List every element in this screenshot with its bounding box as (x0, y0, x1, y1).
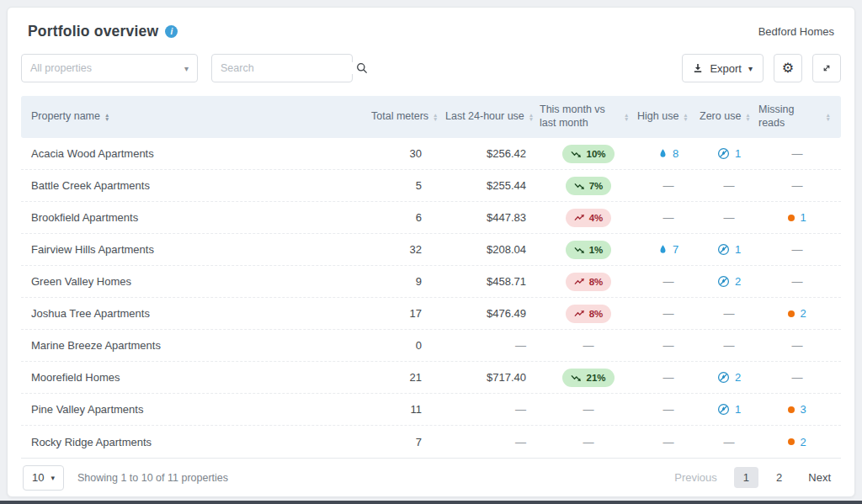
page-size-value: 10 (32, 471, 44, 484)
table-row[interactable]: Rocky Ridge Apartments 7 — — — — 2 (21, 426, 841, 458)
column-header-missing-reads[interactable]: Missing reads ▲▼ (758, 103, 836, 130)
last-24-hour-use-cell: $458.71 (445, 275, 540, 288)
high-use-metric[interactable]: 7 (658, 243, 678, 256)
search-input[interactable] (221, 62, 356, 74)
trend-cell: — (540, 403, 637, 416)
gear-icon: ⚙ (782, 61, 794, 75)
property-name-cell[interactable]: Acacia Wood Apartments (31, 147, 371, 160)
settings-button[interactable]: ⚙ (774, 54, 802, 82)
zero-use-metric[interactable]: 1 (717, 147, 741, 160)
pagination-next[interactable]: Next (800, 466, 839, 489)
window-bottom-edge (0, 501, 862, 504)
column-header-property-name[interactable]: Property name ▲▼ (31, 110, 371, 124)
sort-icon[interactable]: ▲▼ (624, 113, 629, 121)
column-header-this-month-vs-last-month[interactable]: This month vs last month ▲▼ (540, 103, 637, 130)
pagination-page-1[interactable]: 1 (734, 467, 758, 488)
column-header-high-use[interactable]: High use ▲▼ (637, 110, 700, 124)
last-24-hour-use-cell: $256.42 (445, 147, 540, 160)
missing-reads-metric[interactable]: 2 (788, 307, 806, 320)
property-name-cell[interactable]: Green Valley Homes (31, 275, 371, 288)
property-name-cell[interactable]: Joshua Tree Apartments (31, 307, 371, 320)
high-use-cell: — (637, 436, 700, 448)
empty-value: — (663, 403, 674, 416)
zero-use-metric[interactable]: 2 (717, 275, 741, 288)
search-icon (356, 62, 368, 74)
column-label: High use (637, 110, 678, 124)
title-row: Portfolio overview i Bedford Homes (21, 16, 841, 54)
empty-value: — (583, 339, 594, 352)
trend-value: 8% (589, 277, 604, 287)
zero-use-cell: 1 (700, 243, 758, 256)
zero-use-metric[interactable]: 2 (717, 371, 741, 384)
expand-button[interactable] (812, 54, 841, 82)
trend-cell: 7% (540, 177, 637, 195)
total-meters-cell: 6 (371, 211, 445, 224)
alert-dot-icon (788, 438, 795, 445)
sort-icon[interactable]: ▲▼ (529, 113, 534, 121)
missing-reads-metric[interactable]: 2 (788, 436, 806, 448)
download-icon (693, 63, 703, 73)
zero-use-cell: — (700, 339, 758, 352)
table-row[interactable]: Battle Creek Apartments 5 $255.44 7% — (21, 170, 841, 202)
total-meters-cell: 11 (371, 403, 445, 416)
zero-use-metric[interactable]: 1 (717, 243, 741, 256)
sort-icon[interactable]: ▲▼ (683, 113, 688, 121)
sort-icon[interactable]: ▲▼ (433, 113, 438, 121)
empty-value: — (724, 339, 735, 352)
search-box[interactable] (211, 54, 353, 82)
trend-badge: 7% (566, 177, 612, 195)
property-name-cell[interactable]: Marine Breeze Apartments (31, 339, 371, 352)
column-label: Property name (31, 110, 100, 124)
column-header-total-meters[interactable]: Total meters ▲▼ (371, 110, 445, 124)
no-water-icon (717, 147, 730, 160)
column-header-zero-use[interactable]: Zero use ▲▼ (700, 110, 758, 124)
high-use-count: 8 (673, 147, 678, 160)
missing-reads-cell: 2 (758, 436, 836, 448)
sort-icon[interactable]: ▲▼ (745, 113, 750, 121)
missing-reads-cell: — (758, 339, 836, 352)
column-header-last-24-hour-use[interactable]: Last 24-hour use ▲▼ (445, 110, 540, 124)
zero-use-cell: — (700, 307, 758, 320)
water-drop-icon (658, 244, 668, 255)
table-row[interactable]: Pine Valley Apartments 11 — — — 1 (21, 394, 841, 426)
missing-reads-metric[interactable]: 3 (788, 403, 806, 416)
table-row[interactable]: Joshua Tree Apartments 17 $476.49 8% — (21, 298, 841, 330)
property-name-cell[interactable]: Rocky Ridge Apartments (31, 436, 371, 448)
pagination-previous[interactable]: Previous (666, 466, 726, 489)
page-title: Portfolio overview (28, 23, 158, 40)
total-meters-cell: 32 (371, 243, 445, 256)
last-24-hour-use-cell: — (445, 436, 540, 448)
chevron-down-icon: ▾ (184, 64, 189, 73)
table-row[interactable]: Marine Breeze Apartments 0 — — — — — (21, 330, 841, 362)
table-row[interactable]: Acacia Wood Apartments 30 $256.42 10% (21, 138, 841, 170)
table-row[interactable]: Green Valley Homes 9 $458.71 8% — (21, 266, 841, 298)
export-button[interactable]: Export ▾ (682, 54, 764, 82)
empty-value: — (663, 339, 674, 352)
missing-reads-metric[interactable]: 1 (788, 211, 806, 224)
trend-cell: 8% (540, 305, 637, 323)
info-icon[interactable]: i (165, 25, 178, 38)
sort-icon[interactable]: ▲▼ (104, 113, 109, 121)
zero-use-metric[interactable]: 1 (717, 403, 741, 416)
property-name-cell[interactable]: Moorefield Homes (31, 371, 371, 384)
trend-cell: — (540, 436, 637, 448)
high-use-metric[interactable]: 8 (658, 147, 678, 160)
zero-use-cell: 1 (700, 147, 758, 160)
property-name-cell[interactable]: Battle Creek Apartments (31, 179, 371, 192)
sort-icon[interactable]: ▲▼ (826, 113, 831, 121)
pagination-page-2[interactable]: 2 (767, 467, 791, 488)
property-name-cell[interactable]: Fairview Hills Apartments (31, 243, 371, 256)
table-row[interactable]: Moorefield Homes 21 $717.40 21% — (21, 362, 841, 394)
table-row[interactable]: Fairview Hills Apartments 32 $208.04 1% (21, 234, 841, 266)
property-name-cell[interactable]: Pine Valley Apartments (31, 403, 371, 416)
empty-value: — (792, 275, 803, 288)
total-meters-cell: 30 (371, 147, 445, 160)
table-row[interactable]: Brookfield Apartments 6 $447.83 4% — (21, 202, 841, 234)
column-label: This month vs last month (540, 103, 620, 130)
empty-value: — (583, 403, 594, 416)
property-name-cell[interactable]: Brookfield Apartments (31, 211, 371, 224)
page-size-select[interactable]: 10 ▾ (23, 465, 64, 491)
missing-reads-count: 1 (800, 211, 806, 224)
missing-reads-count: 2 (800, 436, 806, 448)
property-filter-dropdown[interactable]: All properties ▾ (21, 54, 198, 82)
